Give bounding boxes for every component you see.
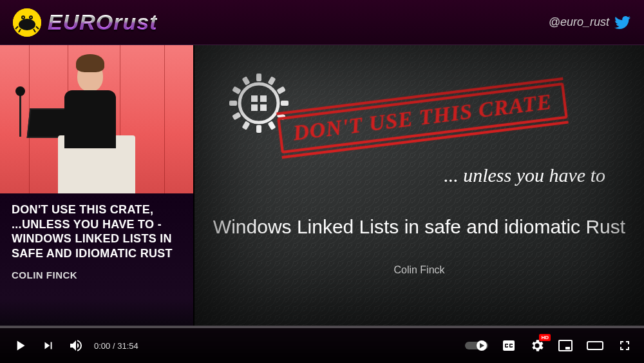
svg-rect-11 [260, 104, 267, 111]
video-content: DON'T USE THIS CRATE, ...UNLESS YOU HAVE… [0, 45, 644, 326]
brand-name: EUROrust [48, 10, 157, 35]
play-button[interactable] [12, 337, 28, 354]
slide-author: Colin Finck [194, 264, 644, 276]
next-button[interactable] [41, 338, 55, 353]
volume-button[interactable] [68, 338, 84, 353]
brand-logo: EUROrust [13, 8, 157, 37]
next-icon [41, 338, 55, 353]
twitter-icon [614, 14, 631, 31]
autoplay-toggle[interactable] [465, 339, 488, 352]
social-block: @euro_rust [549, 14, 631, 31]
captions-icon [501, 338, 516, 353]
svg-rect-7 [256, 74, 261, 81]
session-title: DON'T USE THIS CRATE, ...UNLESS YOU HAVE… [12, 202, 182, 260]
crab-icon [13, 8, 41, 37]
slide-subtitle: ... unless you have to [444, 164, 605, 186]
speaker-camera-feed [0, 45, 193, 193]
speaker-panel: DON'T USE THIS CRATE, ...UNLESS YOU HAVE… [0, 45, 193, 326]
svg-rect-8 [251, 95, 258, 102]
video-player-bar: 0:00 / 31:54 HD [0, 326, 644, 363]
time-display: 0:00 / 31:54 [94, 341, 138, 351]
svg-rect-9 [260, 95, 267, 102]
miniplayer-button[interactable] [558, 338, 573, 353]
volume-icon [68, 338, 84, 353]
presentation-slide: DON'T USE THIS CRATE ... unless you have… [193, 45, 644, 326]
svg-point-4 [23, 17, 24, 18]
fullscreen-button[interactable] [617, 338, 632, 353]
theater-icon [586, 338, 604, 353]
slide-title: Windows Linked Lists in safe and idiomat… [194, 216, 644, 238]
current-time: 0:00 [94, 341, 110, 351]
fullscreen-icon [617, 338, 632, 353]
autoplay-icon [465, 339, 488, 352]
play-icon [12, 337, 28, 354]
svg-point-6 [240, 84, 278, 123]
duration: 31:54 [117, 341, 138, 351]
session-meta: DON'T USE THIS CRATE, ...UNLESS YOU HAVE… [0, 193, 193, 326]
svg-rect-14 [587, 342, 603, 349]
hd-badge: HD [539, 334, 551, 341]
svg-point-5 [30, 17, 32, 18]
miniplayer-icon [558, 338, 573, 353]
settings-button[interactable]: HD [529, 338, 545, 353]
theater-mode-button[interactable] [586, 338, 604, 353]
svg-rect-10 [251, 104, 258, 111]
speaker-name: COLIN FINCK [12, 270, 182, 280]
captions-button[interactable] [501, 338, 516, 353]
twitter-handle: @euro_rust [549, 15, 609, 29]
slide-stamp: DON'T USE THIS CRATE [277, 83, 568, 153]
conference-header: EUROrust @euro_rust [0, 0, 644, 45]
svg-point-1 [19, 19, 35, 30]
